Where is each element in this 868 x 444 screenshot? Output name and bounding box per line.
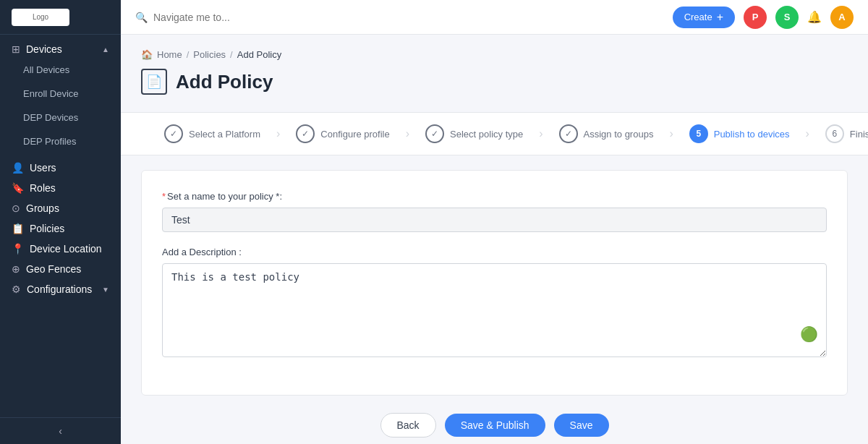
sidebar-item-dep-profiles[interactable]: DEP Profiles — [0, 129, 121, 153]
sidebar-section-policies[interactable]: 📋 Policies — [0, 217, 121, 237]
step-sep-2: › — [404, 127, 411, 140]
step-sep-1: › — [275, 127, 281, 140]
step-3: Select policy type — [411, 124, 537, 143]
sidebar-item-all-devices[interactable]: All Devices — [0, 58, 121, 82]
policy-desc-group: Add a Description : This is a test polic… — [162, 247, 827, 360]
step-2-circle — [296, 124, 315, 143]
sidebar: Logo ⊞ Devices ▲ All Devices Enroll Devi… — [0, 0, 121, 444]
sidebar-section-geo-fences[interactable]: ⊕ Geo Fences — [0, 257, 121, 278]
step-5-circle: 5 — [689, 124, 708, 143]
step-3-label: Select policy type — [450, 129, 523, 140]
create-plus-icon: + — [717, 11, 723, 24]
sidebar-item-enroll-device[interactable]: Enroll Device — [0, 82, 121, 106]
chevron-up-icon: ▲ — [102, 46, 109, 54]
policies-icon: 📋 — [12, 223, 24, 234]
groups-icon: ⊙ — [12, 202, 20, 214]
step-1-label: Select a Platform — [189, 129, 260, 140]
geo-fences-icon: ⊕ — [12, 263, 20, 275]
policy-name-group: * Set a name to your policy *: — [162, 191, 827, 232]
devices-icon: ⊞ — [12, 43, 20, 55]
policy-name-input[interactable] — [162, 208, 827, 232]
search-icon: 🔍 — [135, 12, 148, 23]
policy-desc-input[interactable]: This is a test policy — [162, 263, 827, 357]
sidebar-devices-label: Devices — [26, 43, 62, 55]
topbar: 🔍 Create + P S 🔔 A — [121, 0, 868, 35]
wizard-steps: Select a Platform › Configure profile › … — [121, 112, 868, 155]
sidebar-configurations-label: Configurations — [27, 283, 92, 295]
avatar-s[interactable]: S — [775, 6, 799, 29]
breadcrumb-policies[interactable]: Policies — [193, 49, 226, 60]
step-sep-4: › — [668, 127, 674, 140]
step-4-circle — [559, 124, 578, 143]
sidebar-users-label: Users — [30, 162, 56, 174]
sidebar-roles-label: Roles — [30, 182, 56, 194]
page-content: 🏠 Home / Policies / Add Policy 📄 Add Pol… — [121, 35, 868, 444]
form-card: * Set a name to your policy *: Add a Des… — [141, 170, 848, 396]
step-6-circle: 6 — [825, 124, 844, 143]
avatar-a[interactable]: A — [830, 6, 854, 29]
breadcrumb-sep-1: / — [187, 49, 190, 60]
main-content: 🔍 Create + P S 🔔 A 🏠 Home / P — [121, 0, 868, 444]
step-4-label: Assign to groups — [584, 129, 654, 140]
page-title-row: 📄 Add Policy — [141, 69, 848, 95]
breadcrumb: 🏠 Home / Policies / Add Policy — [141, 49, 848, 60]
required-star: * — [162, 191, 166, 202]
policy-desc-label: Add a Description : — [162, 247, 827, 257]
chevron-down-icon: ▼ — [102, 286, 109, 294]
step-5-label: Publish to devices — [714, 129, 790, 140]
sidebar-device-location-label: Device Location — [30, 243, 102, 255]
avatar-p[interactable]: P — [744, 6, 767, 29]
step-sep-3: › — [537, 127, 544, 140]
step-5: 5 Publish to devices — [675, 124, 804, 143]
create-label: Create — [684, 12, 712, 22]
step-1: Select a Platform — [135, 124, 275, 143]
sidebar-section-roles[interactable]: 🔖 Roles — [0, 176, 121, 197]
step-3-circle — [425, 124, 444, 143]
page-title: Add Policy — [176, 71, 273, 93]
collapse-icon: ‹ — [59, 425, 62, 437]
step-6-label: Finish — [850, 129, 868, 140]
search-input[interactable] — [153, 12, 664, 23]
step-sep-5: › — [804, 127, 811, 140]
save-button[interactable]: Save — [554, 414, 609, 437]
sidebar-item-dep-devices[interactable]: DEP Devices — [0, 106, 121, 129]
sidebar-geo-fences-label: Geo Fences — [26, 263, 81, 275]
location-icon: 📍 — [12, 243, 24, 255]
logo: Logo — [12, 9, 69, 26]
step-4: Assign to groups — [545, 124, 668, 143]
sidebar-nav: ⊞ Devices ▲ All Devices Enroll Device DE… — [0, 35, 121, 417]
sidebar-section-devices[interactable]: ⊞ Devices ▲ — [0, 38, 121, 58]
users-icon: 👤 — [12, 162, 24, 174]
back-button[interactable]: Back — [380, 413, 436, 437]
create-button[interactable]: Create + — [673, 7, 735, 28]
form-footer: Back Save & Publish Save — [141, 413, 848, 437]
sidebar-groups-label: Groups — [26, 202, 59, 214]
add-policy-icon: 📄 — [141, 69, 167, 95]
step-2: Configure profile — [281, 124, 404, 143]
emoji-icon[interactable]: 🟢 — [800, 325, 818, 343]
sidebar-section-users[interactable]: 👤 Users — [0, 156, 121, 176]
sidebar-section-groups[interactable]: ⊙ Groups — [0, 197, 121, 217]
roles-icon: 🔖 — [12, 182, 24, 194]
sidebar-policies-label: Policies — [30, 223, 64, 234]
policy-name-label: * Set a name to your policy *: — [162, 191, 827, 202]
sidebar-section-device-location[interactable]: 📍 Device Location — [0, 237, 121, 257]
step-6: 6 Finish — [811, 124, 868, 143]
textarea-wrapper: This is a test policy 🟢 — [162, 263, 827, 360]
sidebar-collapse-button[interactable]: ‹ — [0, 417, 121, 444]
step-1-circle — [164, 124, 183, 143]
breadcrumb-sep-2: / — [230, 49, 233, 60]
topbar-actions: Create + P S 🔔 A — [673, 6, 854, 29]
home-icon: 🏠 — [141, 49, 153, 60]
sidebar-logo: Logo — [0, 0, 121, 35]
sidebar-section-configurations[interactable]: ⚙ Configurations ▼ — [0, 278, 121, 298]
save-publish-button[interactable]: Save & Publish — [445, 414, 545, 437]
configurations-icon: ⚙ — [12, 283, 21, 295]
breadcrumb-current: Add Policy — [237, 49, 281, 60]
search-wrapper: 🔍 — [135, 12, 664, 23]
bell-icon[interactable]: 🔔 — [807, 10, 822, 24]
step-2-label: Configure profile — [320, 129, 389, 140]
breadcrumb-home[interactable]: Home — [157, 49, 182, 60]
